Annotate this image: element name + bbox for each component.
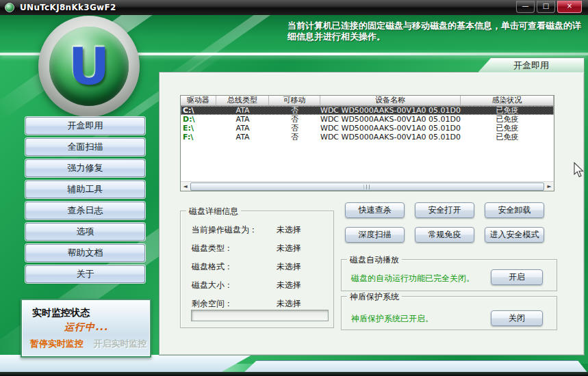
disk-table[interactable]: 驱动器总线类型可移动设备名称感染状况 C:\ATA否WDC WD5000AAKS… [180,95,554,191]
start-monitor-link: 开启实时监控 [94,338,147,349]
cell-drive: F:\ [181,133,216,142]
cell-bus: ATA [216,133,269,142]
action-button-2[interactable]: 安全打开 [415,202,474,218]
detail-label: 当前操作磁盘为： [192,224,277,236]
column-header[interactable]: 总线类型 [216,96,269,105]
action-button-3[interactable]: 安全卸载 [485,202,544,218]
cell-bus: ATA [216,115,269,124]
disk-table-body: C:\ATA否WDC WD5000AAKS-00V1A0 05.01D05已免疫… [181,106,554,142]
action-button-1[interactable]: 快速查杀 [345,202,405,218]
scroll-left-arrow[interactable]: ◄ [181,182,190,191]
shield-title: 神盾保护系统 [347,291,402,303]
column-header[interactable]: 感染状况 [461,96,554,105]
table-row[interactable]: D:\ATA否WDC WD5000AAKS-00V1A0 05.01D05已免疫 [181,115,554,124]
disk-details-fields: 当前操作磁盘为：未选择磁盘类型：未选择磁盘格式：未选择磁盘大小：未选择剩余空间：… [192,221,329,313]
autoplay-status-message: 磁盘的自动运行功能已完全关闭。 [351,273,474,284]
cell-device: WDC WD5000AAKS-00V1A0 05.01D05 [320,115,461,124]
app-window: UNuTcKJ8nKk3GwF2 — □ × 当前计算机已连接的固定磁盘与移动磁… [0,0,588,376]
cell-removable: 否 [269,115,320,124]
close-button[interactable]: × [557,1,582,13]
maximize-button[interactable]: □ [537,1,555,13]
sidebar-item-8[interactable]: 关于 [25,265,145,283]
table-row[interactable]: C:\ATA否WDC WD5000AAKS-00V1A0 05.01D05已免疫 [181,106,554,115]
cell-drive: E:\ [181,124,216,133]
shield-status-message: 神盾保护系统已开启。 [351,313,433,325]
action-button-4[interactable]: 深度扫描 [345,227,405,243]
cell-status: 已免疫 [461,106,554,115]
detail-field: 当前操作磁盘为：未选择 [192,221,329,239]
shield-group: 神盾保护系统 神盾保护系统已开启。 关闭 [341,296,557,330]
action-button-5[interactable]: 常规免疫 [415,227,474,243]
pause-monitor-link[interactable]: 暂停实时监控 [30,338,84,349]
column-header[interactable]: 可移动 [269,96,320,105]
action-buttons: 快速查杀安全打开安全卸载深度扫描常规免疫进入安全模式 [345,202,544,243]
monitor-status: 运行中... [64,321,108,334]
action-button-6[interactable]: 进入安全模式 [485,227,544,243]
logo-letter: U [68,41,110,92]
autoplay-title: 磁盘自动播放 [347,254,402,266]
main-panel: 驱动器总线类型可移动设备名称感染状况 C:\ATA否WDC WD5000AAKS… [159,72,585,355]
detail-label: 剩余空间： [192,298,277,310]
cell-drive: D:\ [181,115,216,124]
autoplay-group: 磁盘自动播放 磁盘的自动运行功能已完全关闭。 开启 [341,259,557,291]
titlebar: UNuTcKJ8nKk3GwF2 — □ × [0,0,588,15]
cell-bus: ATA [216,124,269,133]
app-icon [5,3,14,12]
detail-value: 未选择 [277,261,301,273]
sidebar-item-3[interactable]: 强力修复 [25,159,145,177]
window-bottom-edge [0,372,588,376]
sidebar-item-1[interactable]: 开盒即用 [25,117,145,135]
disk-table-header: 驱动器总线类型可移动设备名称感染状况 [181,96,554,106]
minimize-button[interactable]: — [516,1,535,13]
mouse-cursor [574,162,585,178]
monitor-links: 暂停实时监控 开启实时监控 [30,338,147,350]
scroll-right-arrow[interactable]: ► [545,182,554,191]
detail-value: 未选择 [277,243,301,254]
shield-disable-button[interactable]: 关闭 [491,310,543,326]
cell-device: WDC WD5000AAKS-00V1A0 05.01D05 [320,106,461,115]
detail-field: 磁盘类型：未选择 [192,239,329,258]
logo-inner-circle: U [49,27,129,106]
tab-open-box-ready[interactable]: 开盒即用 [478,57,585,72]
column-header[interactable]: 设备名称 [320,96,461,105]
detail-label: 磁盘格式： [192,261,277,273]
cell-status: 已免疫 [461,115,554,124]
cell-removable: 否 [269,133,320,142]
scrollbar-grip [363,185,371,189]
sidebar: 开盒即用全面扫描强力修复辅助工具查杀日志选项帮助文档关于 [25,117,145,286]
horizontal-scrollbar[interactable]: ◄ ► [181,181,554,191]
sidebar-item-5[interactable]: 查杀日志 [25,202,145,219]
detail-value: 未选择 [277,298,301,310]
column-header[interactable]: 驱动器 [181,96,216,105]
cell-device: WDC WD5000AAKS-00V1A0 05.01D05 [320,133,461,142]
detail-field: 磁盘大小：未选择 [192,276,329,295]
sidebar-item-2[interactable]: 全面扫描 [25,138,145,156]
detail-label: 磁盘类型： [192,243,277,254]
table-row[interactable]: F:\ATA否WDC WD5000AAKS-00V1A0 05.01D05已免疫 [181,133,554,142]
table-row[interactable]: E:\ATA否WDC WD5000AAKS-00V1A0 05.01D05已免疫 [181,124,554,133]
sidebar-item-4[interactable]: 辅助工具 [25,180,145,198]
progress-bar [191,310,329,321]
disk-details-title: 磁盘详细信息 [186,206,241,217]
cell-device: WDC WD5000AAKS-00V1A0 05.01D05 [320,124,461,133]
monitor-panel: 实时监控状态 运行中... 暂停实时监控 开启实时监控 [21,299,151,358]
sidebar-item-6[interactable]: 选项 [25,223,145,241]
cell-removable: 否 [269,106,320,115]
bottom-band-left [0,355,252,373]
cell-status: 已免疫 [461,124,554,133]
detail-value: 未选择 [277,280,301,291]
cell-removable: 否 [269,124,320,133]
cell-status: 已免疫 [461,133,554,142]
window-title: UNuTcKJ8nKk3GwF2 [20,3,116,12]
cell-bus: ATA [216,106,269,115]
monitor-title: 实时监控状态 [32,307,90,319]
scrollbar-thumb[interactable] [190,183,544,191]
window-controls: — □ × [516,1,582,13]
detail-value: 未选择 [277,224,301,236]
cell-drive: C:\ [181,106,216,115]
disk-details-group: 磁盘详细信息 当前操作磁盘为：未选择磁盘类型：未选择磁盘格式：未选择磁盘大小：未… [180,211,334,328]
sidebar-item-7[interactable]: 帮助文档 [25,244,145,262]
detail-label: 磁盘大小： [192,280,277,291]
autoplay-enable-button[interactable]: 开启 [491,269,543,285]
app-logo: U [38,16,140,117]
